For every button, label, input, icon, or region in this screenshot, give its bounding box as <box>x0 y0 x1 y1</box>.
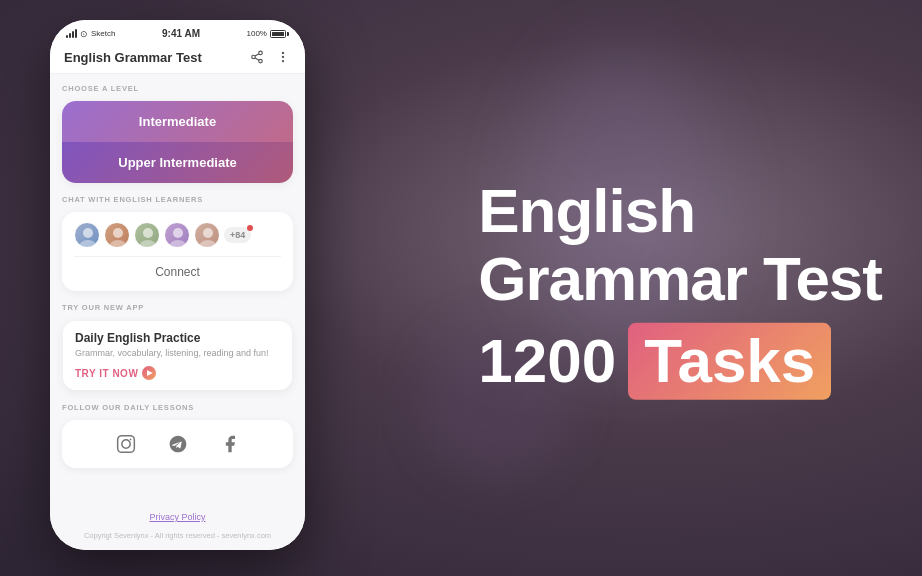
svg-point-11 <box>109 240 127 248</box>
carrier-label: Sketch <box>91 29 115 38</box>
svg-point-15 <box>169 240 187 248</box>
privacy-link[interactable]: Privacy Policy <box>62 512 293 522</box>
chat-card: +84 Connect <box>62 212 293 291</box>
avatar-1 <box>74 222 100 248</box>
more-icon[interactable] <box>275 49 291 65</box>
try-button[interactable]: TRY IT NOW ▶ <box>75 366 156 380</box>
svg-point-2 <box>259 59 263 63</box>
share-icon[interactable] <box>249 49 265 65</box>
signal-bar-1 <box>66 35 68 38</box>
svg-point-19 <box>121 440 129 448</box>
avatar-2 <box>104 222 130 248</box>
new-app-card: Daily English Practice Grammar, vocabula… <box>62 320 293 391</box>
svg-point-7 <box>282 60 284 62</box>
status-right: 100% <box>247 29 289 38</box>
svg-point-17 <box>199 240 217 248</box>
svg-point-16 <box>203 228 213 238</box>
chat-label: CHAT WITH ENGLISH LEARNERS <box>62 195 293 204</box>
social-section: FOLLOW OUR DAILY LESSONS <box>62 403 293 468</box>
svg-point-0 <box>259 51 263 55</box>
svg-point-5 <box>282 52 284 54</box>
svg-point-1 <box>252 55 256 59</box>
upper-intermediate-button[interactable]: Upper Intermediate <box>62 142 293 183</box>
app-footer: Privacy Policy Copyrigt Sevenlynx - All … <box>50 508 305 550</box>
social-card <box>62 420 293 468</box>
new-app-title: Daily English Practice <box>75 331 280 345</box>
status-time: 9:41 AM <box>162 28 200 39</box>
tasks-number: 1200 <box>478 327 616 395</box>
status-left: ⊙ Sketch <box>66 29 115 39</box>
svg-point-12 <box>143 228 153 238</box>
signal-bars <box>66 29 77 38</box>
tasks-badge: Tasks <box>628 323 831 399</box>
avatar-5 <box>194 222 220 248</box>
app-header: English Grammar Test <box>50 43 305 74</box>
main-title-line1: English Grammar Test <box>478 177 882 313</box>
avatar-3 <box>134 222 160 248</box>
intermediate-button[interactable]: Intermediate <box>62 101 293 142</box>
svg-point-13 <box>139 240 157 248</box>
wifi-icon: ⊙ <box>80 29 88 39</box>
tasks-row: 1200 Tasks <box>478 323 882 399</box>
app-content: CHOOSE A LEVEL Intermediate Upper Interm… <box>50 74 305 508</box>
svg-rect-18 <box>117 436 134 453</box>
svg-line-3 <box>255 58 259 60</box>
telegram-icon[interactable] <box>164 430 192 458</box>
svg-point-10 <box>113 228 123 238</box>
battery-percent: 100% <box>247 29 267 38</box>
level-section: CHOOSE A LEVEL Intermediate Upper Interm… <box>62 84 293 183</box>
choose-level-label: CHOOSE A LEVEL <box>62 84 293 93</box>
connect-button[interactable]: Connect <box>74 256 281 281</box>
svg-point-9 <box>79 240 97 248</box>
signal-bar-2 <box>69 33 71 38</box>
app-header-title: English Grammar Test <box>64 50 202 65</box>
right-panel: English Grammar Test 1200 Tasks <box>478 177 882 400</box>
signal-bar-3 <box>72 31 74 38</box>
copyright-text: Copyrigt Sevenlynx - All rights reserved… <box>84 531 271 540</box>
play-icon: ▶ <box>142 366 156 380</box>
svg-point-14 <box>173 228 183 238</box>
facebook-icon[interactable] <box>216 430 244 458</box>
status-bar: ⊙ Sketch 9:41 AM 100% <box>50 20 305 43</box>
svg-point-20 <box>129 439 131 441</box>
avatar-count: +84 <box>224 227 251 243</box>
instagram-icon[interactable] <box>112 430 140 458</box>
notification-dot <box>247 225 253 231</box>
level-card: Intermediate Upper Intermediate <box>62 101 293 183</box>
avatars-row: +84 <box>74 222 281 248</box>
battery-icon <box>270 30 289 38</box>
new-app-section-label: TRY OUR NEW APP <box>62 303 293 312</box>
svg-line-4 <box>255 54 259 56</box>
chat-section: CHAT WITH ENGLISH LEARNERS <box>62 195 293 291</box>
new-app-section: TRY OUR NEW APP Daily English Practice G… <box>62 303 293 391</box>
avatar-4 <box>164 222 190 248</box>
new-app-desc: Grammar, vocabulary, listening, reading … <box>75 348 280 358</box>
svg-point-8 <box>83 228 93 238</box>
social-section-label: FOLLOW OUR DAILY LESSONS <box>62 403 293 412</box>
signal-bar-4 <box>75 29 77 38</box>
phone-mockup: ⊙ Sketch 9:41 AM 100% English Grammar Te… <box>50 20 305 550</box>
phone-wrapper: ⊙ Sketch 9:41 AM 100% English Grammar Te… <box>50 20 305 550</box>
header-icons <box>249 49 291 65</box>
svg-point-6 <box>282 56 284 58</box>
